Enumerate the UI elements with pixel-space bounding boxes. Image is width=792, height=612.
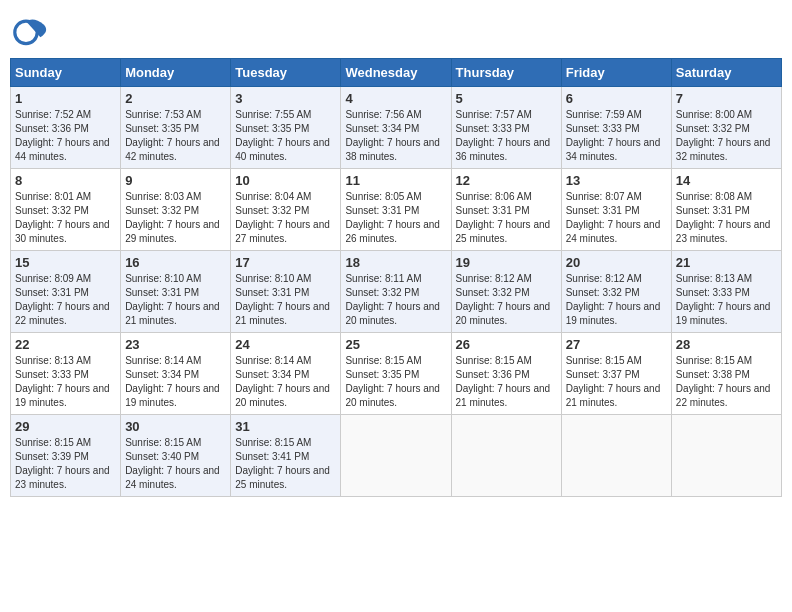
day-number: 11 — [345, 173, 446, 188]
day-info: Sunrise: 8:14 AMSunset: 3:34 PMDaylight:… — [125, 354, 226, 410]
calendar-cell: 26Sunrise: 8:15 AMSunset: 3:36 PMDayligh… — [451, 333, 561, 415]
calendar-cell: 3Sunrise: 7:55 AMSunset: 3:35 PMDaylight… — [231, 87, 341, 169]
day-number: 27 — [566, 337, 667, 352]
day-info: Sunrise: 8:09 AMSunset: 3:31 PMDaylight:… — [15, 272, 116, 328]
day-info: Sunrise: 8:13 AMSunset: 3:33 PMDaylight:… — [676, 272, 777, 328]
day-info: Sunrise: 8:11 AMSunset: 3:32 PMDaylight:… — [345, 272, 446, 328]
calendar-week-row: 29Sunrise: 8:15 AMSunset: 3:39 PMDayligh… — [11, 415, 782, 497]
day-info: Sunrise: 8:07 AMSunset: 3:31 PMDaylight:… — [566, 190, 667, 246]
day-info: Sunrise: 8:15 AMSunset: 3:39 PMDaylight:… — [15, 436, 116, 492]
day-info: Sunrise: 8:10 AMSunset: 3:31 PMDaylight:… — [235, 272, 336, 328]
day-info: Sunrise: 7:57 AMSunset: 3:33 PMDaylight:… — [456, 108, 557, 164]
logo — [10, 10, 54, 50]
logo-icon — [10, 10, 50, 50]
day-info: Sunrise: 8:00 AMSunset: 3:32 PMDaylight:… — [676, 108, 777, 164]
day-number: 7 — [676, 91, 777, 106]
calendar-week-row: 22Sunrise: 8:13 AMSunset: 3:33 PMDayligh… — [11, 333, 782, 415]
calendar-cell: 27Sunrise: 8:15 AMSunset: 3:37 PMDayligh… — [561, 333, 671, 415]
page-header — [10, 10, 782, 50]
calendar-cell: 12Sunrise: 8:06 AMSunset: 3:31 PMDayligh… — [451, 169, 561, 251]
weekday-header-thursday: Thursday — [451, 59, 561, 87]
calendar-cell: 20Sunrise: 8:12 AMSunset: 3:32 PMDayligh… — [561, 251, 671, 333]
calendar-header-row: SundayMondayTuesdayWednesdayThursdayFrid… — [11, 59, 782, 87]
calendar-cell: 28Sunrise: 8:15 AMSunset: 3:38 PMDayligh… — [671, 333, 781, 415]
calendar-cell: 5Sunrise: 7:57 AMSunset: 3:33 PMDaylight… — [451, 87, 561, 169]
day-info: Sunrise: 8:15 AMSunset: 3:35 PMDaylight:… — [345, 354, 446, 410]
calendar-cell: 11Sunrise: 8:05 AMSunset: 3:31 PMDayligh… — [341, 169, 451, 251]
day-number: 13 — [566, 173, 667, 188]
day-info: Sunrise: 8:13 AMSunset: 3:33 PMDaylight:… — [15, 354, 116, 410]
calendar-cell: 25Sunrise: 8:15 AMSunset: 3:35 PMDayligh… — [341, 333, 451, 415]
day-info: Sunrise: 7:56 AMSunset: 3:34 PMDaylight:… — [345, 108, 446, 164]
calendar-cell: 16Sunrise: 8:10 AMSunset: 3:31 PMDayligh… — [121, 251, 231, 333]
calendar-cell: 6Sunrise: 7:59 AMSunset: 3:33 PMDaylight… — [561, 87, 671, 169]
day-number: 9 — [125, 173, 226, 188]
calendar-cell — [561, 415, 671, 497]
day-number: 16 — [125, 255, 226, 270]
weekday-header-friday: Friday — [561, 59, 671, 87]
day-info: Sunrise: 7:52 AMSunset: 3:36 PMDaylight:… — [15, 108, 116, 164]
day-number: 8 — [15, 173, 116, 188]
day-number: 26 — [456, 337, 557, 352]
day-number: 3 — [235, 91, 336, 106]
calendar-cell: 4Sunrise: 7:56 AMSunset: 3:34 PMDaylight… — [341, 87, 451, 169]
day-number: 30 — [125, 419, 226, 434]
day-info: Sunrise: 7:55 AMSunset: 3:35 PMDaylight:… — [235, 108, 336, 164]
day-number: 4 — [345, 91, 446, 106]
calendar-cell — [451, 415, 561, 497]
day-number: 22 — [15, 337, 116, 352]
calendar-table: SundayMondayTuesdayWednesdayThursdayFrid… — [10, 58, 782, 497]
calendar-week-row: 8Sunrise: 8:01 AMSunset: 3:32 PMDaylight… — [11, 169, 782, 251]
weekday-header-monday: Monday — [121, 59, 231, 87]
calendar-cell: 22Sunrise: 8:13 AMSunset: 3:33 PMDayligh… — [11, 333, 121, 415]
calendar-cell: 9Sunrise: 8:03 AMSunset: 3:32 PMDaylight… — [121, 169, 231, 251]
day-number: 25 — [345, 337, 446, 352]
calendar-cell: 15Sunrise: 8:09 AMSunset: 3:31 PMDayligh… — [11, 251, 121, 333]
calendar-week-row: 1Sunrise: 7:52 AMSunset: 3:36 PMDaylight… — [11, 87, 782, 169]
day-number: 20 — [566, 255, 667, 270]
calendar-cell: 30Sunrise: 8:15 AMSunset: 3:40 PMDayligh… — [121, 415, 231, 497]
calendar-week-row: 15Sunrise: 8:09 AMSunset: 3:31 PMDayligh… — [11, 251, 782, 333]
day-number: 28 — [676, 337, 777, 352]
day-info: Sunrise: 8:03 AMSunset: 3:32 PMDaylight:… — [125, 190, 226, 246]
day-number: 14 — [676, 173, 777, 188]
calendar-cell: 8Sunrise: 8:01 AMSunset: 3:32 PMDaylight… — [11, 169, 121, 251]
calendar-cell: 1Sunrise: 7:52 AMSunset: 3:36 PMDaylight… — [11, 87, 121, 169]
calendar-cell: 19Sunrise: 8:12 AMSunset: 3:32 PMDayligh… — [451, 251, 561, 333]
day-info: Sunrise: 8:15 AMSunset: 3:37 PMDaylight:… — [566, 354, 667, 410]
day-number: 10 — [235, 173, 336, 188]
day-number: 5 — [456, 91, 557, 106]
day-info: Sunrise: 8:15 AMSunset: 3:40 PMDaylight:… — [125, 436, 226, 492]
calendar-cell: 23Sunrise: 8:14 AMSunset: 3:34 PMDayligh… — [121, 333, 231, 415]
calendar-cell: 31Sunrise: 8:15 AMSunset: 3:41 PMDayligh… — [231, 415, 341, 497]
day-info: Sunrise: 8:15 AMSunset: 3:41 PMDaylight:… — [235, 436, 336, 492]
day-info: Sunrise: 8:04 AMSunset: 3:32 PMDaylight:… — [235, 190, 336, 246]
calendar-cell: 13Sunrise: 8:07 AMSunset: 3:31 PMDayligh… — [561, 169, 671, 251]
day-number: 24 — [235, 337, 336, 352]
day-number: 6 — [566, 91, 667, 106]
day-info: Sunrise: 8:01 AMSunset: 3:32 PMDaylight:… — [15, 190, 116, 246]
calendar-cell: 14Sunrise: 8:08 AMSunset: 3:31 PMDayligh… — [671, 169, 781, 251]
weekday-header-tuesday: Tuesday — [231, 59, 341, 87]
day-info: Sunrise: 8:06 AMSunset: 3:31 PMDaylight:… — [456, 190, 557, 246]
day-number: 23 — [125, 337, 226, 352]
calendar-cell: 7Sunrise: 8:00 AMSunset: 3:32 PMDaylight… — [671, 87, 781, 169]
day-number: 15 — [15, 255, 116, 270]
calendar-cell: 2Sunrise: 7:53 AMSunset: 3:35 PMDaylight… — [121, 87, 231, 169]
calendar-cell: 24Sunrise: 8:14 AMSunset: 3:34 PMDayligh… — [231, 333, 341, 415]
calendar-cell: 18Sunrise: 8:11 AMSunset: 3:32 PMDayligh… — [341, 251, 451, 333]
calendar-cell — [671, 415, 781, 497]
calendar-cell: 10Sunrise: 8:04 AMSunset: 3:32 PMDayligh… — [231, 169, 341, 251]
day-number: 29 — [15, 419, 116, 434]
day-number: 17 — [235, 255, 336, 270]
day-info: Sunrise: 8:12 AMSunset: 3:32 PMDaylight:… — [456, 272, 557, 328]
day-info: Sunrise: 8:12 AMSunset: 3:32 PMDaylight:… — [566, 272, 667, 328]
day-info: Sunrise: 8:08 AMSunset: 3:31 PMDaylight:… — [676, 190, 777, 246]
weekday-header-wednesday: Wednesday — [341, 59, 451, 87]
day-info: Sunrise: 8:14 AMSunset: 3:34 PMDaylight:… — [235, 354, 336, 410]
day-number: 31 — [235, 419, 336, 434]
calendar-cell — [341, 415, 451, 497]
day-number: 18 — [345, 255, 446, 270]
day-number: 19 — [456, 255, 557, 270]
weekday-header-sunday: Sunday — [11, 59, 121, 87]
